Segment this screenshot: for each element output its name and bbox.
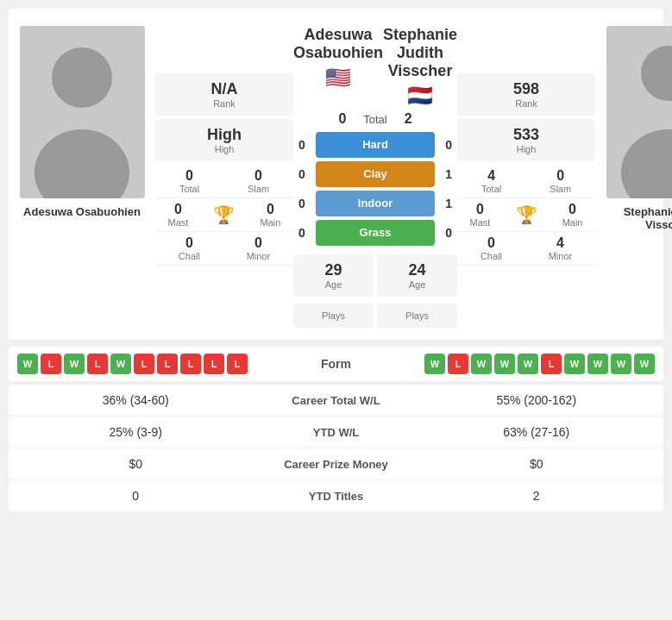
surface-row-clay: 0 Clay 1	[293, 161, 457, 187]
form-badge: W	[564, 354, 585, 374]
left-main-block: 0 Main	[261, 202, 281, 228]
left-flag: 🇺🇸	[325, 66, 351, 90]
left-name-flag: AdesuwaOsabuohien 🇺🇸	[293, 26, 383, 108]
left-age-val: 29	[304, 261, 363, 279]
form-badge: W	[611, 354, 631, 374]
age-plays-row: 29 Age 24 Age	[293, 254, 457, 300]
left-rank-value: N/A	[166, 80, 283, 98]
form-badge: L	[41, 354, 61, 374]
surface-row-hard: 0 Hard 0	[293, 132, 457, 158]
right-stat-row-total-slam: 4 Total 0 Slam	[457, 165, 595, 198]
right-total-val: 4	[487, 168, 495, 184]
middle-section: AdesuwaOsabuohien 🇺🇸 StephanieJudith Vis…	[293, 17, 457, 331]
left-total-score: 0	[338, 111, 346, 127]
form-badge: W	[587, 354, 608, 374]
right-main-val: 0	[568, 202, 576, 217]
indoor-left-num: 0	[293, 197, 311, 210]
left-minor-val: 0	[254, 235, 262, 251]
total-label: Total	[363, 113, 386, 126]
right-minor-block: 4 Minor	[549, 235, 573, 261]
form-badge: L	[157, 354, 178, 374]
left-chall-block: 0 Chall	[179, 235, 200, 261]
left-header-name: AdesuwaOsabuohien	[293, 26, 383, 62]
grass-right-num: 0	[440, 226, 457, 240]
left-high-label: High	[166, 144, 283, 154]
right-flag: 🇳🇱	[407, 84, 433, 108]
right-rank-value: 598	[468, 80, 585, 98]
right-total-block: 4 Total	[481, 168, 501, 194]
ytd-titles-row: 0 YTD Titles 2	[9, 480, 663, 511]
form-badge: W	[64, 354, 85, 374]
right-mast-block: 0 Mast	[470, 202, 491, 228]
clay-right-num: 1	[440, 167, 457, 181]
career-total-right: 55% (200-162)	[423, 393, 651, 407]
left-stat-row-mast-main: 0 Mast 🏆 0 Main	[155, 198, 293, 232]
form-badge: W	[518, 354, 538, 374]
right-plays-box: Plays	[377, 304, 457, 328]
right-chall-val: 0	[487, 235, 495, 251]
left-stat-row-total-slam: 0 Total 0 Slam	[155, 165, 293, 198]
right-avatar	[606, 26, 672, 198]
right-age-val: 24	[387, 261, 447, 279]
left-chall-val: 0	[185, 235, 193, 251]
surface-row-indoor: 0 Indoor 1	[293, 191, 457, 216]
career-total-row: 36% (34-60) Career Total W/L 55% (200-16…	[9, 385, 663, 416]
left-high-box: High High	[155, 119, 293, 161]
right-header-name: StephanieJudith Visscher	[383, 26, 457, 80]
right-rank-box: 598 Rank	[457, 73, 595, 116]
indoor-button[interactable]: Indoor	[316, 191, 435, 216]
form-badge: W	[17, 354, 38, 374]
right-chall-lbl: Chall	[480, 251, 502, 261]
left-stat-row-chall-minor: 0 Chall 0 Minor	[155, 232, 293, 266]
left-rank-box: N/A Rank	[155, 73, 293, 116]
right-high-label: High	[468, 144, 585, 154]
ytd-wl-row: 25% (3-9) YTD W/L 63% (27-16)	[9, 416, 663, 448]
right-name-flag: StephanieJudith Visscher 🇳🇱	[383, 26, 457, 108]
form-badge: W	[471, 354, 492, 374]
right-main-block: 0 Main	[562, 202, 583, 228]
left-high-value: High	[166, 126, 283, 144]
left-avatar	[20, 26, 145, 198]
form-badge: W	[634, 354, 655, 374]
ytd-titles-label: YTD Titles	[250, 490, 423, 503]
ytd-titles-right: 2	[423, 489, 651, 503]
grass-button[interactable]: Grass	[316, 220, 435, 246]
right-form-badges: WLWWWLWWWW	[424, 354, 655, 374]
right-player-stats: 598 Rank 533 High 4 Total 0 Slam	[457, 17, 595, 331]
form-badge: L	[448, 354, 468, 374]
left-mast-block: 0 Mast	[168, 202, 189, 228]
left-main-val: 0	[267, 202, 274, 217]
right-stat-row-mast-main: 0 Mast 🏆 0 Main	[457, 198, 595, 232]
right-high-value: 533	[468, 126, 585, 144]
form-badge: L	[87, 354, 108, 374]
grass-left-num: 0	[293, 226, 311, 240]
clay-button[interactable]: Clay	[316, 161, 435, 187]
right-rank-label: Rank	[468, 98, 585, 109]
ytd-wl-left: 25% (3-9)	[22, 425, 250, 439]
hard-button[interactable]: Hard	[316, 132, 435, 158]
left-slam-block: 0 Slam	[248, 168, 269, 194]
right-slam-lbl: Slam	[550, 184, 571, 194]
right-high-box: 533 High	[457, 119, 595, 161]
left-minor-block: 0 Minor	[247, 235, 271, 261]
right-chall-block: 0 Chall	[480, 235, 502, 261]
left-rank-label: Rank	[166, 98, 283, 109]
left-plays-lbl: Plays	[304, 310, 363, 321]
right-plays-lbl: Plays	[387, 310, 447, 321]
left-age-box: 29 Age	[293, 254, 374, 297]
form-section: WLWLWLLLLL Form WLWWWLWWWW	[9, 347, 663, 381]
left-mast-lbl: Mast	[168, 217, 189, 228]
clay-left-num: 0	[293, 167, 311, 181]
right-mast-val: 0	[476, 202, 484, 217]
form-badge: L	[204, 354, 224, 374]
right-minor-lbl: Minor	[549, 251, 573, 261]
players-section: Adesuwa Osabuohien N/A Rank High High 0 …	[9, 9, 663, 340]
right-minor-val: 4	[556, 235, 564, 251]
form-badge: L	[227, 354, 248, 374]
right-age-lbl: Age	[387, 279, 447, 290]
names-block: AdesuwaOsabuohien 🇺🇸 StephanieJudith Vis…	[293, 26, 457, 108]
career-prize-right: $0	[423, 457, 651, 471]
hard-left-num: 0	[293, 138, 311, 152]
left-player-name: Adesuwa Osabuohien	[23, 205, 141, 218]
right-total-lbl: Total	[481, 184, 501, 194]
